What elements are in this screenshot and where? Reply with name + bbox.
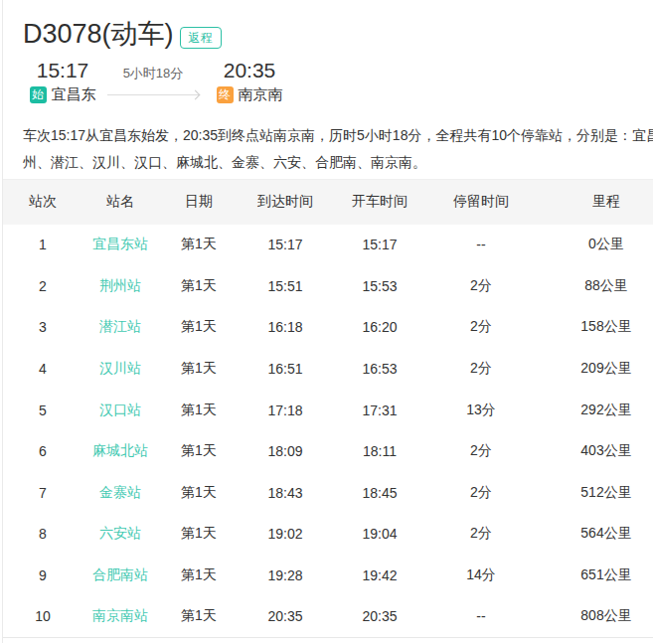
journey-description: 车次15:17从宜昌东始发，20:35到终点站南京南，历时5小时18分，全程共有… xyxy=(23,122,653,176)
cell: -- xyxy=(428,596,534,638)
cell: 18:45 xyxy=(331,472,428,514)
cell: 564公里 xyxy=(534,514,653,556)
stop-timetable: 站次站名日期到达时间开车时间停留时间里程 1宜昌东站第1天15:1715:17-… xyxy=(3,179,653,638)
cell: 2分 xyxy=(428,307,534,349)
cell: 16:51 xyxy=(240,348,331,390)
table-row: 2荆州站第1天15:5115:532分88公里 xyxy=(3,265,653,307)
cell: 2分 xyxy=(428,472,534,514)
duration-label: 5小时18分 xyxy=(104,65,202,83)
cell: 第1天 xyxy=(158,307,240,349)
cell: 6 xyxy=(3,430,82,472)
station-link[interactable]: 合肥南站 xyxy=(92,566,148,582)
cell: 20:35 xyxy=(331,596,428,638)
cell: 17:18 xyxy=(240,390,331,431)
description-line-2: 州、潜江、汉川、汉口、麻城北、金寨、六安、合肥南、南京南。 xyxy=(23,149,653,176)
station-cell: 六安站 xyxy=(82,514,158,556)
return-trip-button[interactable]: 返程 xyxy=(180,27,222,49)
station-cell: 麻城北站 xyxy=(82,430,158,472)
column-header-1: 站名 xyxy=(82,180,158,225)
cell: 第1天 xyxy=(158,348,240,390)
cell: 8 xyxy=(3,514,82,556)
cell: 20:35 xyxy=(240,596,331,638)
end-station-name: 南京南 xyxy=(239,85,283,104)
end-badge: 终 xyxy=(217,86,234,103)
start-station-name: 宜昌东 xyxy=(52,85,96,104)
station-link[interactable]: 汉口站 xyxy=(99,402,141,417)
table-row: 8六安站第1天19:0219:042分564公里 xyxy=(3,514,653,556)
cell: 15:17 xyxy=(331,225,428,266)
station-cell: 汉川站 xyxy=(82,348,158,390)
table-row: 9合肥南站第1天19:2819:4214分651公里 xyxy=(3,555,653,596)
cell: 7 xyxy=(3,472,82,514)
station-link[interactable]: 宜昌东站 xyxy=(92,236,148,251)
cell: -- xyxy=(428,225,534,266)
cell: 19:28 xyxy=(240,555,331,596)
cell: 16:53 xyxy=(331,348,428,390)
cell: 第1天 xyxy=(158,225,240,266)
station-link[interactable]: 荆州站 xyxy=(99,277,141,293)
cell: 第1天 xyxy=(158,514,240,556)
cell: 18:11 xyxy=(331,430,428,472)
station-link[interactable]: 金寨站 xyxy=(99,484,141,500)
station-link[interactable]: 麻城北站 xyxy=(92,442,148,458)
cell: 0公里 xyxy=(534,225,653,266)
cell: 651公里 xyxy=(534,555,653,596)
station-cell: 汉口站 xyxy=(82,390,158,431)
arrive-time: 20:35 xyxy=(202,57,297,83)
station-link[interactable]: 潜江站 xyxy=(99,318,141,334)
journey-summary: 15:17 5小时18分 20:35 始 宜昌东 终 南京南 xyxy=(21,57,653,106)
table-row: 5汉口站第1天17:1817:3113分292公里 xyxy=(3,390,653,431)
start-station-line: 始 宜昌东 xyxy=(21,83,104,106)
cell: 第1天 xyxy=(158,555,240,596)
table-row: 6麻城北站第1天18:0918:112分403公里 xyxy=(3,430,653,472)
cell: 403公里 xyxy=(534,430,653,472)
station-link[interactable]: 汉川站 xyxy=(99,360,141,376)
cell: 15:17 xyxy=(240,225,331,266)
station-cell: 金寨站 xyxy=(82,472,158,514)
column-header-6: 里程 xyxy=(534,180,653,225)
cell: 15:51 xyxy=(240,265,331,307)
cell: 10 xyxy=(3,596,82,638)
cell: 88公里 xyxy=(534,265,653,307)
cell: 第1天 xyxy=(158,472,240,514)
cell: 15:53 xyxy=(331,265,428,307)
cell: 13分 xyxy=(428,390,534,431)
cell: 512公里 xyxy=(534,472,653,514)
page-title: D3078(动车) xyxy=(23,18,174,52)
cell: 2分 xyxy=(428,514,534,556)
cell: 2 xyxy=(3,265,82,307)
column-header-0: 站次 xyxy=(3,180,82,225)
cell: 第1天 xyxy=(158,265,240,307)
end-station-line: 终 南京南 xyxy=(202,83,297,106)
station-link[interactable]: 南京南站 xyxy=(92,607,148,623)
cell: 209公里 xyxy=(534,348,653,390)
table-row: 3潜江站第1天16:1816:202分158公里 xyxy=(3,307,653,349)
station-cell: 潜江站 xyxy=(82,307,158,349)
cell: 5 xyxy=(3,390,82,431)
cell: 第1天 xyxy=(158,596,240,638)
cell: 4 xyxy=(3,348,82,390)
cell: 16:20 xyxy=(331,307,428,349)
title-row: D3078(动车) 返程 xyxy=(23,12,653,52)
train-detail-page: D3078(动车) 返程 15:17 5小时18分 20:35 始 宜昌东 终 … xyxy=(2,0,653,643)
cell: 3 xyxy=(3,307,82,349)
station-link[interactable]: 六安站 xyxy=(99,525,141,541)
cell: 第1天 xyxy=(158,390,240,431)
cell: 2分 xyxy=(428,265,534,307)
cell: 2分 xyxy=(428,348,534,390)
cell: 19:42 xyxy=(331,555,428,596)
cell: 18:43 xyxy=(240,472,331,514)
cell: 9 xyxy=(3,555,82,596)
table-row: 1宜昌东站第1天15:1715:17--0公里 xyxy=(3,225,653,266)
table-row: 7金寨站第1天18:4318:452分512公里 xyxy=(3,472,653,514)
table-header-row: 站次站名日期到达时间开车时间停留时间里程 xyxy=(3,180,653,225)
cell: 第1天 xyxy=(158,430,240,472)
arrow-right-icon xyxy=(107,94,199,95)
column-header-2: 日期 xyxy=(158,180,240,225)
start-badge: 始 xyxy=(30,86,47,103)
cell: 18:09 xyxy=(240,430,331,472)
station-cell: 南京南站 xyxy=(82,596,158,638)
station-cell: 荆州站 xyxy=(82,265,158,307)
cell: 158公里 xyxy=(534,307,653,349)
cell: 19:02 xyxy=(240,514,331,556)
